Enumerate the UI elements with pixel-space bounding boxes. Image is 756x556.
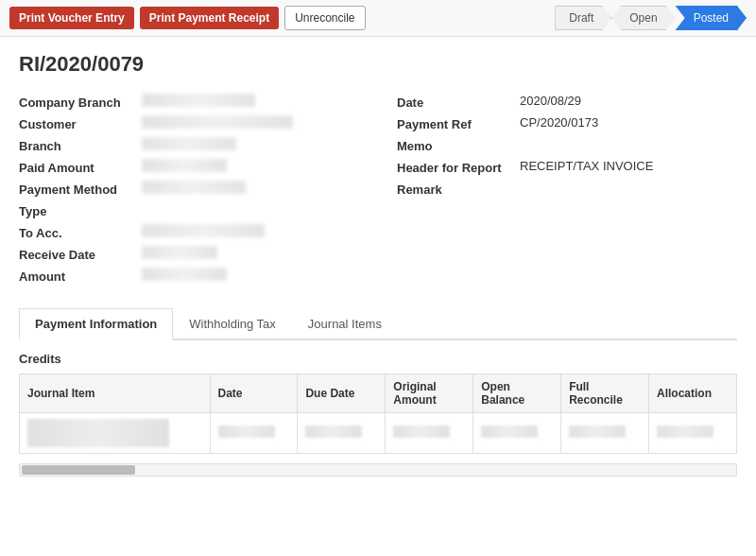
value-company-branch — [142, 94, 359, 110]
tabs: Payment Information Withholding Tax Jour… — [19, 308, 737, 340]
label-receive-date: Receive Date — [19, 246, 142, 262]
cell-full-reconcile — [561, 413, 649, 454]
scrollbar-thumb[interactable] — [22, 465, 135, 475]
value-customer — [142, 115, 359, 131]
status-bar: Draft Open Posted — [555, 6, 747, 30]
value-payment-ref: CP/2020/0173 — [520, 115, 737, 130]
cell-due-date — [298, 413, 386, 454]
label-to-acc: To Acc. — [19, 224, 142, 240]
form-row-branch: Branch — [19, 137, 359, 153]
unreconcile-button[interactable]: Unreconcile — [284, 6, 365, 30]
print-voucher-button[interactable]: Print Voucher Entry — [9, 7, 134, 29]
col-due-date: Due Date — [298, 374, 386, 413]
form-row-date: Date 2020/08/29 — [397, 94, 737, 110]
label-company-branch: Company Branch — [19, 94, 142, 110]
value-branch — [142, 137, 359, 153]
status-open[interactable]: Open — [611, 6, 675, 30]
label-type: Type — [19, 202, 142, 218]
value-date: 2020/08/29 — [520, 94, 737, 108]
data-table: Journal Item Date Due Date OriginalAmoun… — [19, 374, 737, 454]
label-remark: Remark — [397, 181, 520, 197]
form-right: Date 2020/08/29 Payment Ref CP/2020/0173… — [397, 94, 737, 289]
cell-allocation — [649, 413, 737, 454]
section-credits: Credits — [19, 352, 737, 366]
tab-journal-items[interactable]: Journal Items — [292, 308, 398, 340]
value-receive-date — [142, 246, 359, 262]
form-row-to-acc: To Acc. — [19, 224, 359, 240]
col-original-amount: OriginalAmount — [386, 374, 473, 413]
horizontal-scrollbar[interactable] — [19, 463, 737, 477]
col-date: Date — [210, 374, 298, 413]
form-row-company-branch: Company Branch — [19, 94, 359, 110]
form-row-payment-ref: Payment Ref CP/2020/0173 — [397, 115, 737, 131]
table-body — [20, 413, 737, 454]
col-journal-item: Journal Item — [20, 374, 211, 413]
status-posted[interactable]: Posted — [676, 6, 747, 30]
value-paid-amount — [142, 159, 359, 175]
tab-withholding-tax[interactable]: Withholding Tax — [173, 308, 292, 340]
cell-original-amount — [386, 413, 473, 454]
form-row-paid-amount: Paid Amount — [19, 159, 359, 175]
cell-date — [210, 413, 298, 454]
form-row-payment-method: Payment Method — [19, 181, 359, 197]
label-branch: Branch — [19, 137, 142, 153]
value-payment-method — [142, 181, 359, 197]
tab-payment-information[interactable]: Payment Information — [19, 308, 173, 340]
form-row-amount: Amount — [19, 268, 359, 284]
col-allocation: Allocation — [649, 374, 737, 413]
label-date: Date — [397, 94, 520, 110]
form-left: Company Branch Customer Branch Paid Amou… — [19, 94, 359, 289]
main-content: RI/2020/0079 Company Branch Customer Bra… — [0, 37, 756, 551]
form-row-header-report: Header for Report RECEIPT/TAX INVOICE — [397, 159, 737, 175]
col-full-reconcile: FullReconcile — [561, 374, 649, 413]
toolbar: Print Voucher Entry Print Payment Receip… — [0, 0, 756, 37]
table-header: Journal Item Date Due Date OriginalAmoun… — [20, 374, 737, 413]
label-customer: Customer — [19, 115, 142, 131]
col-open-balance: OpenBalance — [473, 374, 561, 413]
value-header-report: RECEIPT/TAX INVOICE — [520, 159, 737, 173]
label-payment-ref: Payment Ref — [397, 115, 520, 131]
label-payment-method: Payment Method — [19, 181, 142, 197]
form-row-customer: Customer — [19, 115, 359, 131]
label-memo: Memo — [397, 137, 520, 153]
form-grid: Company Branch Customer Branch Paid Amou… — [19, 94, 737, 289]
cell-open-balance — [473, 413, 561, 454]
value-to-acc — [142, 224, 359, 240]
cell-journal-item — [20, 413, 211, 454]
status-draft[interactable]: Draft — [555, 6, 611, 30]
page-title: RI/2020/0079 — [19, 52, 737, 77]
form-row-type: Type — [19, 202, 359, 218]
value-amount — [142, 268, 359, 284]
print-receipt-button[interactable]: Print Payment Receipt — [140, 7, 279, 29]
form-row-receive-date: Receive Date — [19, 246, 359, 262]
label-paid-amount: Paid Amount — [19, 159, 142, 175]
table-row — [20, 413, 737, 454]
label-header-report: Header for Report — [397, 159, 520, 175]
label-amount: Amount — [19, 268, 142, 284]
form-row-memo: Memo — [397, 137, 737, 153]
form-row-remark: Remark — [397, 181, 737, 197]
